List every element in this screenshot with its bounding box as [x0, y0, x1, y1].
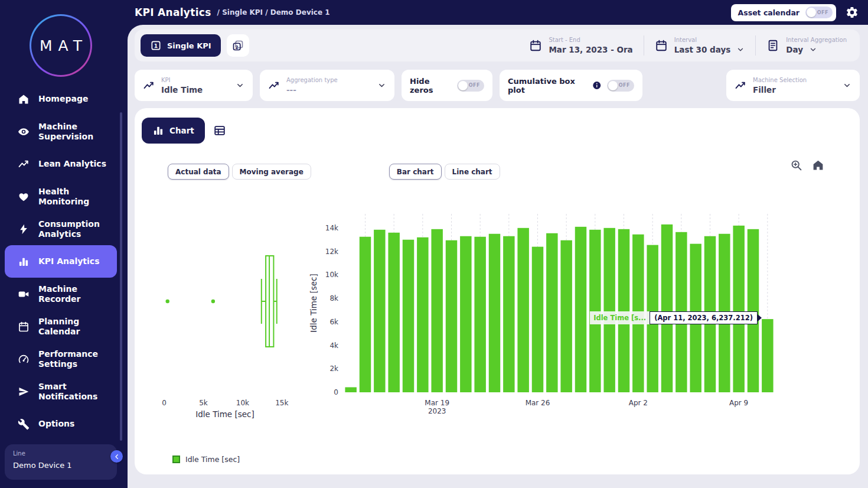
- sidebar-item-machine-supervision[interactable]: Machine Supervision: [5, 115, 117, 148]
- home-icon: [812, 159, 824, 171]
- main-content: Single KPI Start - End Mar 13, 2023 - Or…: [128, 25, 868, 488]
- info-icon[interactable]: [592, 80, 602, 90]
- svg-text:10k: 10k: [325, 271, 338, 279]
- gauge-icon: [18, 353, 30, 365]
- interval-field[interactable]: Interval Last 30 days: [644, 37, 756, 54]
- aggregation-type-select[interactable]: Aggregation type ---: [260, 70, 394, 101]
- settings-button[interactable]: [846, 6, 859, 19]
- chevron-down-icon: [843, 81, 851, 90]
- sidebar-item-health-monitoring[interactable]: Health Monitoring: [5, 180, 117, 213]
- legend-swatch: [172, 456, 180, 463]
- line-label: Line: [13, 450, 109, 457]
- toggle-knob: [608, 81, 618, 90]
- document-icon: [766, 39, 779, 52]
- bar-chart-svg[interactable]: 02k4k6k8k10k12k14kMar 192023Mar 26Apr 2A…: [307, 206, 779, 454]
- svg-text:Idle Time [sec]: Idle Time [sec]: [309, 274, 318, 333]
- cumulative-box-plot-label: Cumulative box plot: [508, 77, 587, 95]
- sidebar-item-performance-settings[interactable]: Performance Settings: [5, 343, 117, 375]
- sidebar-item-label: Machine Supervision: [38, 122, 117, 141]
- start-end-label: Start - End: [549, 37, 632, 43]
- kpi-value: Idle Time: [161, 85, 203, 95]
- sidebar-item-options[interactable]: Options: [5, 408, 117, 440]
- wrench-icon: [18, 418, 30, 430]
- sidebar-item-homepage[interactable]: Homepage: [5, 83, 117, 115]
- chart-modebar: [790, 159, 824, 171]
- sidebar-scrollbar[interactable]: [120, 112, 122, 441]
- device-card[interactable]: Line Demo Device 1: [5, 444, 117, 480]
- chip-line-chart[interactable]: Line chart: [445, 164, 500, 180]
- chevron-down-icon: [736, 45, 745, 54]
- toggle-state: OFF: [469, 83, 480, 88]
- interval-label: Interval: [674, 37, 745, 43]
- sidebar-nav: HomepageMachine SupervisionLean Analytic…: [0, 83, 125, 440]
- chip-actual-data[interactable]: Actual data: [168, 164, 229, 180]
- svg-text:5k: 5k: [199, 399, 208, 407]
- kpi-label: KPI: [161, 77, 203, 83]
- bars-icon: [18, 256, 30, 268]
- interval-aggregation-value: Day: [786, 45, 803, 54]
- top-bar: KPI Analytics / Single KPI / Demo Device…: [0, 0, 868, 25]
- svg-text:6k: 6k: [329, 318, 338, 326]
- box-plot-container: 05k10k15kIdle Time [sec]: [142, 206, 307, 454]
- app-root: KPI Analytics / Single KPI / Demo Device…: [0, 0, 868, 488]
- asset-calendar-pill: Asset calendar OFF: [731, 4, 836, 21]
- svg-text:Apr 9: Apr 9: [729, 399, 748, 407]
- filter-row: KPI Idle Time Aggregation type --- Hide …: [135, 70, 860, 101]
- sidebar-collapse-button[interactable]: [110, 450, 123, 463]
- heart-icon: [18, 191, 30, 203]
- chip-moving-average[interactable]: Moving average: [232, 164, 311, 180]
- logo-text: MAT: [40, 37, 88, 54]
- machine-selection-select[interactable]: Machine Selection Filler: [726, 70, 860, 101]
- toggle-state: OFF: [619, 83, 630, 88]
- reset-view-button[interactable]: [812, 159, 824, 171]
- box-plot-svg[interactable]: 05k10k15kIdle Time [sec]: [142, 206, 307, 454]
- device-name: Demo Device 1: [13, 461, 109, 470]
- svg-text:8k: 8k: [329, 294, 338, 302]
- svg-text:4k: 4k: [329, 341, 338, 350]
- sidebar-item-lean-analytics[interactable]: Lean Analytics: [5, 148, 117, 180]
- sidebar-item-machine-recorder[interactable]: Machine Recorder: [5, 278, 117, 310]
- single-kpi-icon: [150, 40, 162, 51]
- chip-bar-chart[interactable]: Bar chart: [389, 164, 442, 180]
- legend-label: Idle Time [sec]: [185, 455, 240, 464]
- svg-text:14k: 14k: [325, 224, 338, 232]
- chart-tab-button[interactable]: Chart: [142, 118, 205, 144]
- sidebar-item-label: Smart Notifications: [38, 382, 117, 401]
- single-kpi-button[interactable]: Single KPI: [141, 34, 221, 57]
- trend-icon: [18, 158, 30, 170]
- bolt-icon: [18, 223, 30, 235]
- sidebar-item-kpi-analytics[interactable]: KPI Analytics: [5, 245, 117, 278]
- sidebar-item-consumption-analytics[interactable]: Consumption Analytics: [5, 213, 117, 245]
- start-end-field[interactable]: Start - End Mar 13, 2023 - Ora: [518, 37, 643, 54]
- cumulative-box-plot-toggle[interactable]: OFF: [607, 80, 634, 92]
- view-tab-row: Chart: [142, 118, 860, 144]
- toggle-knob: [807, 8, 816, 17]
- calendar-icon: [18, 321, 30, 333]
- toggle-state: OFF: [817, 10, 828, 15]
- page-title: KPI Analytics: [135, 6, 211, 18]
- asset-calendar-label: Asset calendar: [738, 8, 800, 17]
- chart-legend[interactable]: Idle Time [sec]: [172, 455, 860, 464]
- calendar-icon: [529, 39, 542, 52]
- toggle-knob: [458, 81, 468, 90]
- kpi-select[interactable]: KPI Idle Time: [135, 70, 253, 101]
- aggregation-type-label: Aggregation type: [286, 77, 338, 83]
- compare-kpi-icon: [232, 40, 244, 51]
- compare-kpi-button[interactable]: [227, 34, 249, 57]
- table-view-button[interactable]: [213, 124, 226, 137]
- interval-aggregation-field[interactable]: Interval Aggregation Day: [756, 37, 857, 54]
- eye-icon: [18, 126, 30, 138]
- topbar-right: Asset calendar OFF: [731, 4, 868, 21]
- breadcrumb: / Single KPI / Demo Device 1: [217, 8, 330, 17]
- svg-text:Mar 26: Mar 26: [526, 399, 550, 407]
- start-end-value: Mar 13, 2023 - Ora: [549, 45, 632, 54]
- asset-calendar-toggle[interactable]: OFF: [805, 6, 833, 18]
- sidebar-item-smart-notifications[interactable]: Smart Notifications: [5, 375, 117, 408]
- svg-text:Apr 2: Apr 2: [629, 399, 648, 407]
- sidebar-item-label: Machine Recorder: [38, 284, 117, 303]
- sidebar-item-planning-calendar[interactable]: Planning Calendar: [5, 310, 117, 343]
- hide-zeros-toggle[interactable]: OFF: [457, 80, 484, 92]
- toolbar-row: Single KPI Start - End Mar 13, 2023 - Or…: [135, 30, 860, 61]
- zoom-button[interactable]: [790, 159, 802, 171]
- interval-value: Last 30 days: [674, 45, 731, 54]
